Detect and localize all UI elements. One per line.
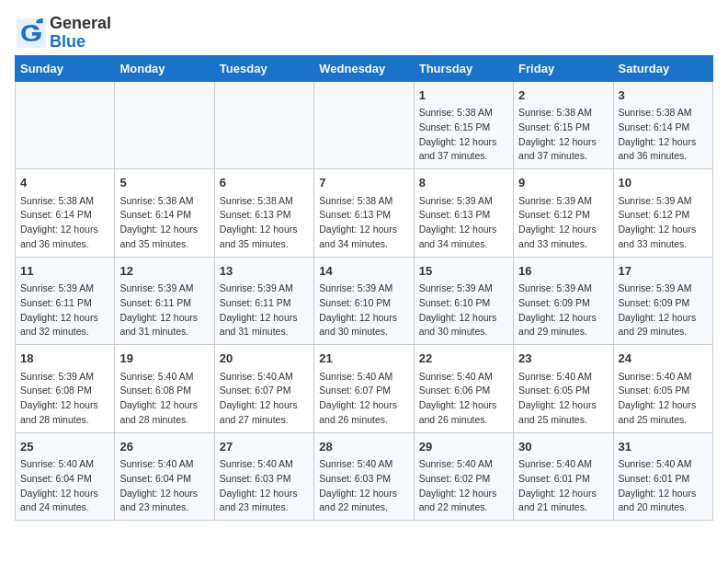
day-info: Sunrise: 5:38 AM Sunset: 6:15 PM Dayligh… [518, 106, 608, 164]
calendar-cell: 16Sunrise: 5:39 AM Sunset: 6:09 PM Dayli… [514, 257, 613, 345]
day-number: 25 [20, 438, 109, 456]
day-info: Sunrise: 5:40 AM Sunset: 6:03 PM Dayligh… [319, 457, 408, 515]
calendar-week-4: 18Sunrise: 5:39 AM Sunset: 6:08 PM Dayli… [16, 345, 713, 433]
calendar-table: SundayMondayTuesdayWednesdayThursdayFrid… [15, 55, 713, 522]
logo-area: GeneralBlue [15, 15, 111, 52]
calendar-cell [214, 81, 313, 169]
day-number: 6 [220, 174, 309, 192]
column-header-tuesday: Tuesday [214, 55, 313, 81]
day-info: Sunrise: 5:39 AM Sunset: 6:11 PM Dayligh… [119, 282, 209, 339]
calendar-cell: 4Sunrise: 5:38 AM Sunset: 6:14 PM Daylig… [16, 169, 115, 258]
day-info: Sunrise: 5:39 AM Sunset: 6:10 PM Dayligh… [419, 282, 508, 339]
day-number: 16 [518, 262, 608, 281]
day-info: Sunrise: 5:40 AM Sunset: 6:07 PM Dayligh… [319, 370, 408, 428]
day-number: 15 [419, 262, 508, 281]
day-info: Sunrise: 5:40 AM Sunset: 6:07 PM Dayligh… [220, 370, 309, 428]
logo-text: GeneralBlue [50, 15, 111, 52]
column-header-monday: Monday [115, 55, 214, 81]
day-number: 22 [419, 350, 508, 368]
calendar-cell: 12Sunrise: 5:39 AM Sunset: 6:11 PM Dayli… [115, 257, 214, 345]
calendar-cell: 5Sunrise: 5:38 AM Sunset: 6:14 PM Daylig… [115, 169, 214, 258]
calendar-cell: 6Sunrise: 5:38 AM Sunset: 6:13 PM Daylig… [214, 169, 313, 258]
day-info: Sunrise: 5:38 AM Sunset: 6:13 PM Dayligh… [220, 194, 309, 252]
calendar-cell: 7Sunrise: 5:38 AM Sunset: 6:13 PM Daylig… [314, 169, 414, 258]
day-info: Sunrise: 5:39 AM Sunset: 6:11 PM Dayligh… [20, 282, 109, 339]
day-number: 17 [619, 262, 708, 281]
column-header-friday: Friday [514, 55, 613, 81]
column-header-wednesday: Wednesday [314, 55, 414, 81]
column-header-sunday: Sunday [16, 55, 115, 81]
day-info: Sunrise: 5:40 AM Sunset: 6:03 PM Dayligh… [220, 457, 309, 515]
calendar-cell: 17Sunrise: 5:39 AM Sunset: 6:09 PM Dayli… [613, 257, 712, 345]
day-number: 31 [619, 438, 708, 456]
calendar-cell: 10Sunrise: 5:39 AM Sunset: 6:12 PM Dayli… [613, 169, 712, 258]
day-info: Sunrise: 5:40 AM Sunset: 6:04 PM Dayligh… [20, 457, 109, 515]
calendar-cell: 26Sunrise: 5:40 AM Sunset: 6:04 PM Dayli… [115, 432, 214, 521]
day-number: 11 [20, 262, 109, 281]
calendar-cell: 28Sunrise: 5:40 AM Sunset: 6:03 PM Dayli… [314, 432, 414, 521]
calendar-header-row: SundayMondayTuesdayWednesdayThursdayFrid… [16, 55, 713, 81]
calendar-cell: 18Sunrise: 5:39 AM Sunset: 6:08 PM Dayli… [16, 345, 115, 433]
day-info: Sunrise: 5:39 AM Sunset: 6:12 PM Dayligh… [518, 194, 608, 252]
day-info: Sunrise: 5:39 AM Sunset: 6:08 PM Dayligh… [20, 370, 109, 428]
day-number: 8 [419, 174, 508, 192]
day-number: 27 [220, 438, 309, 456]
day-number: 3 [619, 86, 708, 105]
day-number: 1 [419, 86, 508, 105]
column-header-saturday: Saturday [613, 55, 712, 81]
day-info: Sunrise: 5:39 AM Sunset: 6:09 PM Dayligh… [619, 282, 708, 339]
day-info: Sunrise: 5:39 AM Sunset: 6:13 PM Dayligh… [419, 194, 508, 252]
calendar-body: 1Sunrise: 5:38 AM Sunset: 6:15 PM Daylig… [16, 81, 713, 521]
day-info: Sunrise: 5:39 AM Sunset: 6:09 PM Dayligh… [518, 282, 608, 339]
calendar-cell: 29Sunrise: 5:40 AM Sunset: 6:02 PM Dayli… [414, 432, 513, 521]
calendar-cell: 13Sunrise: 5:39 AM Sunset: 6:11 PM Dayli… [214, 257, 313, 345]
day-number: 24 [619, 350, 708, 368]
day-info: Sunrise: 5:38 AM Sunset: 6:13 PM Dayligh… [319, 194, 408, 252]
day-number: 5 [119, 174, 209, 192]
column-header-thursday: Thursday [414, 55, 513, 81]
day-number: 10 [619, 174, 708, 192]
day-info: Sunrise: 5:40 AM Sunset: 6:04 PM Dayligh… [119, 457, 209, 515]
day-number: 23 [518, 350, 608, 368]
day-number: 29 [419, 438, 508, 456]
day-info: Sunrise: 5:38 AM Sunset: 6:14 PM Dayligh… [119, 194, 209, 252]
day-number: 7 [319, 174, 408, 192]
day-number: 30 [518, 438, 608, 456]
calendar-cell: 3Sunrise: 5:38 AM Sunset: 6:14 PM Daylig… [613, 81, 712, 169]
day-info: Sunrise: 5:39 AM Sunset: 6:10 PM Dayligh… [319, 282, 408, 339]
calendar-cell: 1Sunrise: 5:38 AM Sunset: 6:15 PM Daylig… [414, 81, 513, 169]
day-info: Sunrise: 5:40 AM Sunset: 6:01 PM Dayligh… [518, 457, 608, 515]
day-number: 19 [119, 350, 209, 368]
day-info: Sunrise: 5:38 AM Sunset: 6:14 PM Dayligh… [619, 106, 708, 164]
calendar-cell: 14Sunrise: 5:39 AM Sunset: 6:10 PM Dayli… [314, 257, 414, 345]
day-number: 9 [518, 174, 608, 192]
day-number: 18 [20, 350, 109, 368]
day-info: Sunrise: 5:40 AM Sunset: 6:06 PM Dayligh… [419, 370, 508, 428]
calendar-week-3: 11Sunrise: 5:39 AM Sunset: 6:11 PM Dayli… [16, 257, 713, 345]
calendar-cell: 20Sunrise: 5:40 AM Sunset: 6:07 PM Dayli… [214, 345, 313, 433]
calendar-cell: 19Sunrise: 5:40 AM Sunset: 6:08 PM Dayli… [115, 345, 214, 433]
calendar-cell: 25Sunrise: 5:40 AM Sunset: 6:04 PM Dayli… [16, 432, 115, 521]
day-info: Sunrise: 5:39 AM Sunset: 6:12 PM Dayligh… [619, 194, 708, 252]
calendar-cell [314, 81, 414, 169]
page-header: GeneralBlue [15, 15, 713, 52]
day-number: 26 [119, 438, 209, 456]
calendar-week-2: 4Sunrise: 5:38 AM Sunset: 6:14 PM Daylig… [16, 169, 713, 258]
day-info: Sunrise: 5:40 AM Sunset: 6:01 PM Dayligh… [619, 457, 708, 515]
calendar-cell: 21Sunrise: 5:40 AM Sunset: 6:07 PM Dayli… [314, 345, 414, 433]
calendar-cell: 2Sunrise: 5:38 AM Sunset: 6:15 PM Daylig… [514, 81, 613, 169]
calendar-cell: 30Sunrise: 5:40 AM Sunset: 6:01 PM Dayli… [514, 432, 613, 521]
calendar-cell: 27Sunrise: 5:40 AM Sunset: 6:03 PM Dayli… [214, 432, 313, 521]
day-number: 12 [119, 262, 209, 281]
calendar-cell: 11Sunrise: 5:39 AM Sunset: 6:11 PM Dayli… [16, 257, 115, 345]
day-info: Sunrise: 5:38 AM Sunset: 6:15 PM Dayligh… [419, 106, 508, 164]
calendar-week-5: 25Sunrise: 5:40 AM Sunset: 6:04 PM Dayli… [16, 432, 713, 521]
day-number: 28 [319, 438, 408, 456]
day-info: Sunrise: 5:40 AM Sunset: 6:05 PM Dayligh… [619, 370, 708, 428]
calendar-cell [16, 81, 115, 169]
calendar-cell [115, 81, 214, 169]
calendar-cell: 23Sunrise: 5:40 AM Sunset: 6:05 PM Dayli… [514, 345, 613, 433]
general-blue-logo-icon [15, 17, 48, 50]
day-info: Sunrise: 5:40 AM Sunset: 6:05 PM Dayligh… [518, 370, 608, 428]
calendar-cell: 31Sunrise: 5:40 AM Sunset: 6:01 PM Dayli… [613, 432, 712, 521]
